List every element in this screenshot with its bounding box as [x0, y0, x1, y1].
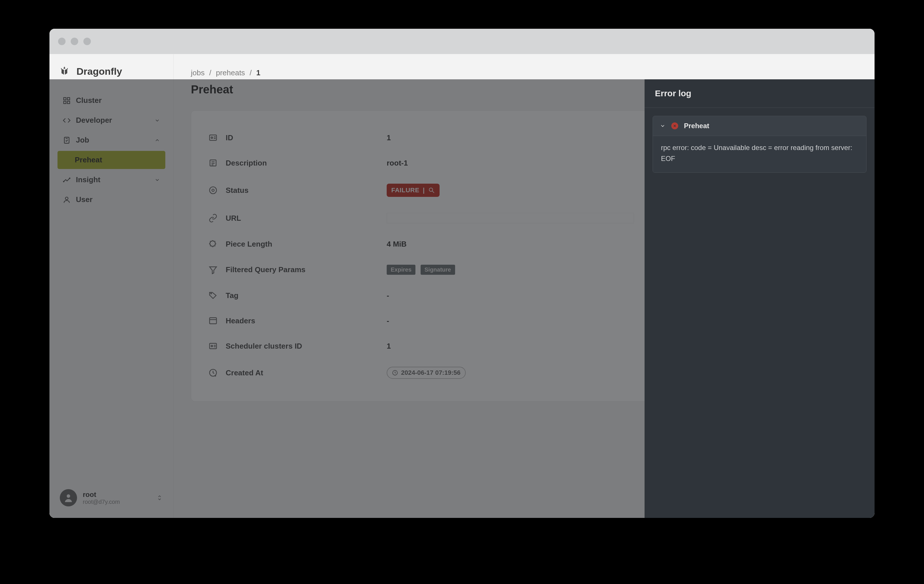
filter-icon: [208, 265, 218, 274]
row-value: 2024-06-17 07:19:56: [387, 367, 466, 379]
svg-rect-18: [210, 318, 216, 323]
svg-point-20: [211, 345, 213, 346]
row-value: FAILURE |: [387, 184, 440, 197]
row-value: 4 MiB: [387, 240, 406, 249]
svg-rect-3: [67, 101, 69, 104]
created-at-text: 2024-06-17 07:19:56: [401, 369, 460, 376]
sort-icon: [156, 494, 163, 501]
chevron-down-icon: [154, 177, 160, 183]
description-icon: [208, 158, 218, 168]
cluster-icon: [63, 97, 71, 105]
row-value: -: [387, 291, 389, 300]
row-label: Description: [226, 158, 387, 168]
sidebar-item-label: Preheat: [75, 155, 160, 164]
filter-chip: Signature: [421, 265, 455, 275]
svg-rect-2: [64, 101, 66, 104]
sidebar-item-insight[interactable]: Insight: [58, 171, 165, 189]
sidebar-item-developer[interactable]: Developer: [58, 111, 165, 129]
sidebar-item-label: Job: [76, 136, 149, 145]
svg-point-14: [429, 188, 433, 191]
row-value: 1: [387, 342, 391, 351]
row-label: Piece Length: [226, 240, 387, 249]
breadcrumb: jobs / preheats / 1: [191, 68, 857, 77]
sidebar-item-preheat[interactable]: Preheat: [58, 151, 165, 169]
sidebar-item-cluster[interactable]: Cluster: [58, 91, 165, 109]
log-item-title: Preheat: [684, 122, 709, 130]
log-item-body: rpc error: code = Unavailable desc = err…: [653, 136, 866, 172]
id-icon: [208, 133, 218, 142]
panel-body: Preheat rpc error: code = Unavailable de…: [645, 108, 874, 181]
chevron-up-icon: [154, 137, 160, 143]
sidebar: Dragonfly Cluster Developer Job: [50, 54, 174, 518]
row-label: ID: [226, 134, 387, 142]
url-redacted: [387, 213, 634, 223]
panel-title: Error log: [645, 79, 874, 108]
svg-point-12: [210, 187, 216, 194]
error-log-panel: Error log Preheat rpc error: code = Unav…: [645, 79, 874, 518]
window-maximize-dot[interactable]: [83, 38, 91, 45]
tag-icon: [208, 291, 218, 300]
row-label: URL: [226, 214, 387, 223]
brand: Dragonfly: [58, 66, 165, 77]
row-label: Tag: [226, 291, 387, 300]
log-item-header[interactable]: Preheat: [653, 116, 866, 136]
clock-plus-icon: [208, 368, 218, 377]
breadcrumb-preheats[interactable]: preheats: [216, 68, 245, 77]
user-email: root@d7y.com: [83, 499, 150, 505]
user-name: root: [83, 491, 150, 499]
svg-line-15: [432, 191, 434, 193]
id-icon: [208, 341, 218, 351]
user-meta: root root@d7y.com: [83, 491, 150, 505]
sidebar-item-user[interactable]: User: [58, 191, 165, 209]
row-label: Status: [226, 186, 387, 195]
status-badge[interactable]: FAILURE |: [387, 184, 440, 197]
row-label: Scheduler clusters ID: [226, 342, 387, 351]
svg-point-8: [67, 494, 70, 498]
chevron-down-icon: [154, 117, 160, 123]
breadcrumb-jobs[interactable]: jobs: [191, 68, 205, 77]
chevron-down-icon: [660, 123, 665, 129]
person-icon: [63, 493, 74, 503]
error-dot-icon: [671, 122, 678, 129]
row-value: -: [387, 317, 389, 325]
row-value: 1: [387, 134, 391, 142]
svg-point-13: [212, 189, 214, 191]
filter-chip: Expires: [387, 265, 416, 275]
magnifier-icon: [428, 187, 435, 194]
dragonfly-logo-icon: [59, 66, 70, 77]
window-minimize-dot[interactable]: [71, 38, 78, 45]
window-close-dot[interactable]: [58, 38, 66, 45]
puzzle-icon: [208, 239, 218, 249]
svg-rect-4: [64, 137, 69, 143]
chart-icon: [63, 176, 71, 184]
sidebar-item-label: User: [76, 195, 160, 204]
window-titlebar: [50, 29, 874, 54]
sidebar-item-job[interactable]: Job: [58, 131, 165, 149]
svg-point-17: [211, 293, 211, 294]
sidebar-footer[interactable]: root root@d7y.com: [58, 486, 165, 509]
svg-rect-0: [64, 97, 66, 100]
row-label: Headers: [226, 317, 387, 325]
nav: Cluster Developer Job Preheat Ins: [58, 91, 165, 209]
created-at-pill: 2024-06-17 07:19:56: [387, 367, 466, 379]
row-value: root-1: [387, 158, 408, 168]
svg-rect-1: [67, 97, 69, 100]
log-item: Preheat rpc error: code = Unavailable de…: [653, 116, 866, 173]
link-icon: [208, 214, 218, 223]
row-label: Filtered Query Params: [226, 265, 387, 274]
svg-marker-16: [210, 267, 216, 274]
breadcrumb-current: 1: [256, 68, 260, 77]
brand-title: Dragonfly: [76, 66, 122, 77]
code-icon: [63, 116, 71, 124]
svg-point-5: [63, 181, 64, 181]
status-icon: [208, 186, 218, 195]
status-text: FAILURE: [391, 186, 419, 194]
headers-icon: [208, 316, 218, 325]
app-window: Dragonfly Cluster Developer Job: [50, 29, 874, 518]
app-body: Dragonfly Cluster Developer Job: [50, 54, 874, 518]
clock-icon: [392, 370, 398, 376]
row-label: Created At: [226, 368, 387, 377]
svg-point-7: [65, 197, 68, 200]
row-value: Expires Signature: [387, 265, 458, 275]
sidebar-item-label: Developer: [76, 116, 149, 125]
